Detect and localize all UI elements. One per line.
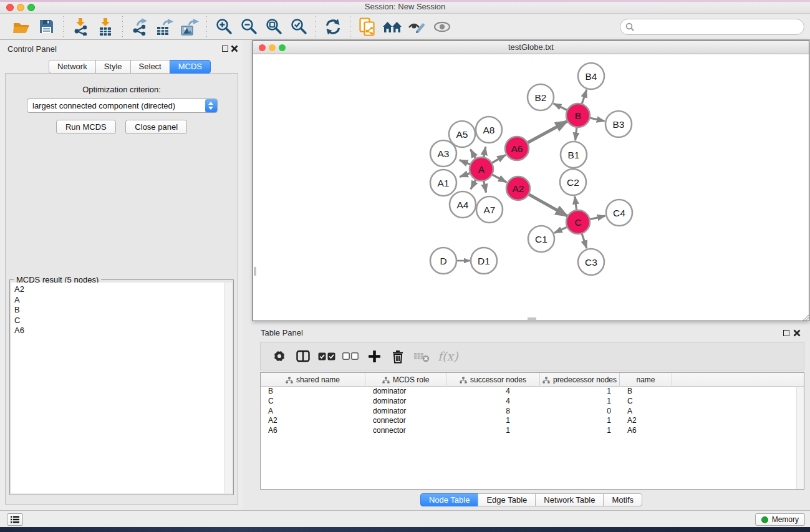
graph-edge-A6-B[interactable] — [528, 121, 568, 143]
table-row[interactable]: A6 connector 1 1 A6 — [261, 426, 804, 436]
tab-edge-table[interactable]: Edge Table — [478, 493, 536, 506]
table-row[interactable]: A dominator 8 0 A — [261, 407, 804, 417]
cell-mcds-role[interactable]: dominator — [365, 407, 446, 417]
show-all-networks-button[interactable] — [382, 16, 403, 37]
cell-predecessor-nodes[interactable]: 1 — [540, 397, 620, 407]
close-table-panel-icon[interactable] — [793, 329, 801, 337]
result-list-item[interactable]: A6 — [14, 326, 232, 336]
delete-columns-button[interactable] — [388, 347, 408, 365]
graph-edge-C-C3[interactable] — [582, 233, 587, 248]
result-list-item[interactable]: A — [14, 295, 232, 306]
cell-mcds-role[interactable]: dominator — [365, 397, 446, 407]
select-all-columns-button[interactable] — [317, 347, 337, 365]
cell-name[interactable]: C — [620, 397, 672, 407]
graph-edge-A-A6[interactable] — [491, 155, 505, 163]
cell-predecessor-nodes[interactable]: 0 — [540, 407, 620, 417]
task-history-button[interactable] — [7, 513, 23, 526]
column-header-predecessor-nodes[interactable]: predecessor nodes — [540, 373, 620, 387]
close-panel-button[interactable]: Close panel — [125, 120, 187, 134]
memory-button[interactable]: Memory — [755, 513, 805, 526]
table-settings-button[interactable] — [269, 347, 289, 365]
table-row[interactable]: B dominator 4 1 B — [261, 387, 804, 397]
export-network-button[interactable] — [129, 16, 150, 37]
graph-edge-B-B2[interactable] — [554, 104, 567, 110]
export-table-button[interactable] — [154, 16, 175, 37]
tab-network[interactable]: Network — [49, 60, 96, 74]
cell-successor-nodes[interactable]: 4 — [446, 397, 540, 407]
graph-edge-B-B1[interactable] — [576, 127, 577, 140]
graph-edge-A-A7[interactable] — [484, 181, 486, 193]
table-row[interactable]: C dominator 4 1 C — [261, 397, 804, 407]
cell-successor-nodes[interactable]: 8 — [446, 407, 540, 417]
graph-edge-B-B4[interactable] — [582, 90, 587, 104]
cell-shared-name[interactable]: C — [261, 397, 365, 407]
column-header-name[interactable]: name — [620, 373, 672, 387]
unselect-all-columns-button[interactable] — [340, 347, 360, 365]
column-header-shared-name[interactable]: shared name — [261, 373, 365, 387]
cell-name[interactable]: A — [620, 407, 672, 417]
run-mcds-button[interactable]: Run MCDS — [56, 120, 116, 134]
function-builder-button[interactable]: f(x) — [438, 349, 458, 363]
export-image-button[interactable] — [179, 16, 200, 37]
column-header-mcds-role[interactable]: MCDS role — [365, 373, 446, 387]
cell-name[interactable]: A6 — [620, 426, 672, 436]
delete-table-button[interactable] — [412, 347, 432, 365]
import-network-button[interactable] — [70, 16, 91, 37]
new-network-from-selection-button[interactable] — [357, 16, 378, 37]
import-table-button[interactable] — [95, 16, 116, 37]
graph-edge-A-A3[interactable] — [460, 160, 471, 165]
canvas-horizontal-scroll-thumb[interactable] — [528, 317, 536, 320]
column-header-successor-nodes[interactable]: successor nodes — [446, 373, 540, 387]
cell-shared-name[interactable]: B — [261, 387, 365, 397]
table-scrollbar[interactable] — [796, 387, 804, 489]
cell-mcds-role[interactable]: connector — [365, 416, 446, 426]
graph-edge-A-A8[interactable] — [484, 147, 486, 158]
cell-shared-name[interactable]: A2 — [261, 416, 365, 426]
graph-edge-C-C4[interactable] — [590, 216, 605, 220]
float-table-panel-icon[interactable] — [783, 330, 789, 336]
graph-edge-A-A1[interactable] — [460, 173, 470, 177]
graph-edge-A2-C[interactable] — [529, 194, 568, 216]
resize-grip-icon[interactable] — [801, 313, 809, 321]
cell-name[interactable]: A2 — [620, 416, 672, 426]
cell-predecessor-nodes[interactable]: 1 — [540, 416, 620, 426]
network-window-titlebar[interactable]: testGlobe.txt — [253, 41, 809, 54]
refresh-layout-button[interactable] — [322, 16, 344, 37]
toolbar-search[interactable] — [620, 19, 804, 35]
cell-shared-name[interactable]: A — [261, 407, 365, 417]
graph-edge-A-A4[interactable] — [471, 180, 476, 189]
add-column-button[interactable] — [364, 347, 384, 365]
table-row[interactable]: A2 connector 1 1 A2 — [261, 416, 804, 426]
graph-edge-C-C2[interactable] — [575, 196, 577, 210]
show-hide-button[interactable] — [432, 16, 453, 37]
toggle-graphics-details-button[interactable] — [407, 16, 428, 37]
graph-edge-A-A5[interactable] — [471, 149, 476, 158]
close-panel-icon[interactable] — [231, 45, 238, 52]
criterion-dropdown[interactable]: largest connected component (directed) — [27, 99, 218, 113]
mcds-result-list[interactable]: A2 A B C A6 — [11, 283, 232, 493]
show-columns-button[interactable] — [293, 347, 313, 365]
cell-predecessor-nodes[interactable]: 1 — [540, 387, 620, 397]
zoom-in-button[interactable] — [213, 16, 234, 37]
tab-node-table[interactable]: Node Table — [420, 493, 479, 506]
result-list-item[interactable]: B — [14, 305, 232, 316]
cell-mcds-role[interactable]: connector — [365, 426, 446, 436]
save-session-button[interactable] — [36, 16, 57, 37]
cell-successor-nodes[interactable]: 1 — [446, 426, 540, 436]
tab-mcds[interactable]: MCDS — [170, 60, 211, 74]
canvas-vertical-scroll-thumb[interactable] — [254, 267, 256, 276]
cell-mcds-role[interactable]: dominator — [365, 387, 446, 397]
graph-edge-A-A2[interactable] — [492, 175, 507, 182]
result-list-item[interactable]: A2 — [14, 284, 232, 295]
tab-motifs[interactable]: Motifs — [603, 493, 642, 506]
cell-shared-name[interactable]: A6 — [261, 426, 365, 436]
zoom-out-button[interactable] — [238, 16, 259, 37]
network-graph[interactable]: AA1A2A3A4A5A6A7A8BB1B2B3B4CC1C2C3C4DD1 — [253, 55, 809, 321]
graph-edge-C-C1[interactable] — [554, 227, 567, 233]
cell-successor-nodes[interactable]: 4 — [446, 387, 540, 397]
node-table[interactable]: shared name MCDS role successor — [260, 372, 804, 490]
tab-select[interactable]: Select — [130, 60, 170, 74]
search-input[interactable] — [638, 21, 804, 33]
cell-predecessor-nodes[interactable]: 1 — [540, 426, 620, 436]
cell-name[interactable]: B — [620, 387, 672, 397]
